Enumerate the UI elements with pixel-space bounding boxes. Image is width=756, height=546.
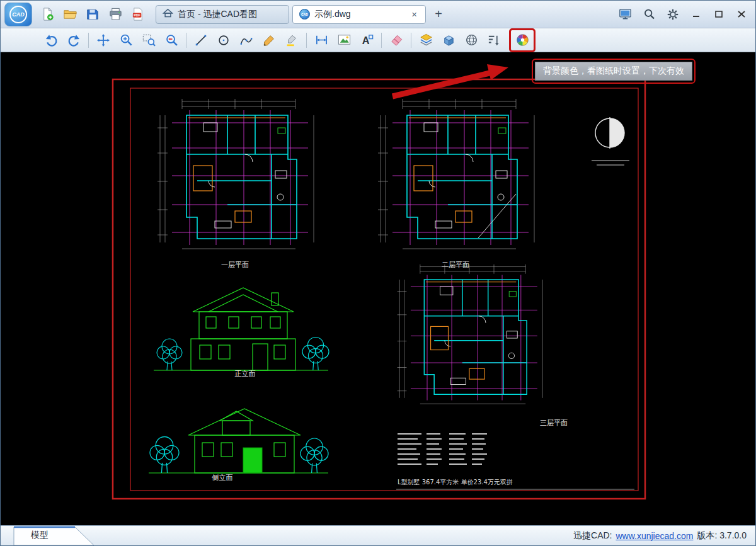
plan-second-label: 二层平面 xyxy=(442,261,469,269)
north-symbol xyxy=(592,117,629,165)
print-icon[interactable] xyxy=(104,4,127,25)
layers-tool-icon[interactable] xyxy=(415,30,437,50)
maximize-button[interactable] xyxy=(709,6,729,23)
statusbar-info: 迅捷CAD: www.xunjiecad.com 版本: 3.7.0.0 xyxy=(573,530,755,542)
wireframe-3d-icon[interactable] xyxy=(460,30,483,50)
titlebar-right xyxy=(614,4,755,25)
redo-icon[interactable] xyxy=(62,30,85,50)
model-tab[interactable]: 模型 xyxy=(13,526,96,545)
drawing-frame-inner xyxy=(130,88,638,491)
app-window: CAD PDF 首页 - 迅捷CAD看图 CAD 示例.dw xyxy=(0,0,756,546)
version-label: 版本: 3.7.0.0 xyxy=(697,530,747,542)
pencil-tool-icon[interactable] xyxy=(258,30,280,50)
zoom-previous-icon[interactable] xyxy=(160,30,183,50)
tree xyxy=(157,339,182,370)
brand-label: 迅捷CAD: xyxy=(573,530,612,542)
new-file-icon[interactable] xyxy=(36,4,59,25)
save-icon[interactable] xyxy=(81,4,104,25)
cube-3d-icon[interactable] xyxy=(437,30,460,50)
tree xyxy=(150,437,179,474)
sort-tool-icon[interactable] xyxy=(483,30,505,50)
polyline-tool-icon[interactable] xyxy=(235,30,258,50)
tree xyxy=(302,338,329,371)
close-button[interactable] xyxy=(731,6,752,23)
tab-home-label: 首页 - 迅捷CAD看图 xyxy=(178,9,257,20)
model-tab-shape xyxy=(13,526,96,545)
image-note-icon[interactable] xyxy=(333,30,355,50)
website-link[interactable]: www.xunjiecad.com xyxy=(616,531,693,541)
legend-table xyxy=(398,434,487,464)
model-tab-label: 模型 xyxy=(31,530,49,541)
background-color-icon[interactable] xyxy=(512,31,533,50)
undo-icon[interactable] xyxy=(40,30,62,50)
side-elevation xyxy=(149,409,328,473)
toolbar-separator xyxy=(306,33,307,48)
floor-plan-first xyxy=(158,99,314,249)
tab-file[interactable]: CAD 示例.dwg × xyxy=(292,5,426,24)
home-icon xyxy=(163,8,173,20)
line-tool-icon[interactable] xyxy=(190,30,212,50)
zoom-window-icon[interactable] xyxy=(137,30,160,50)
pan-icon[interactable] xyxy=(92,30,115,50)
main-toolbar: A xyxy=(1,28,755,52)
app-logo-text: CAD xyxy=(9,6,27,23)
cad-drawing: 一层平面 二层平面 三层平面 正立面 侧立面 L型别墅 367.4平方米 单价2… xyxy=(1,52,755,525)
toolbar-separator xyxy=(88,33,89,48)
pdf-export-icon[interactable]: PDF xyxy=(127,4,149,25)
circle-tool-icon[interactable] xyxy=(212,30,235,50)
toolbar-separator xyxy=(381,33,382,48)
front-elevation xyxy=(154,288,328,370)
measure-tool-icon[interactable] xyxy=(310,30,333,50)
elevation-door xyxy=(243,448,262,473)
settings-gear-icon[interactable] xyxy=(662,4,684,25)
cad-file-icon: CAD xyxy=(299,9,310,20)
open-folder-icon[interactable] xyxy=(59,4,81,25)
svg-text:PDF: PDF xyxy=(134,13,140,17)
status-bar: 模型 迅捷CAD: www.xunjiecad.com 版本: 3.7.0.0 xyxy=(1,525,755,545)
background-color-tooltip: 背景颜色，看图纸时设置，下次有效 xyxy=(535,62,692,81)
background-color-highlight-box xyxy=(509,28,536,52)
tab-close-icon[interactable]: × xyxy=(410,9,419,19)
front-elevation-label: 正立面 xyxy=(235,370,256,378)
plan-third-label: 三层平面 xyxy=(540,419,568,427)
side-elevation-label: 侧立面 xyxy=(212,474,233,482)
drawing-title-block: L型别墅 367.4平方米 单价23.4万元双拼 xyxy=(398,479,513,486)
floor-plan-second xyxy=(378,99,534,249)
text-note-icon[interactable]: A xyxy=(355,30,378,50)
highlighter-tool-icon[interactable] xyxy=(280,30,303,50)
toolbar-separator xyxy=(411,33,411,48)
minimize-button[interactable] xyxy=(686,6,706,23)
tab-strip: 首页 - 迅捷CAD看图 CAD 示例.dwg × + xyxy=(156,5,448,24)
monitor-icon[interactable] xyxy=(614,4,636,25)
tree xyxy=(301,438,328,473)
zoom-in-icon[interactable] xyxy=(115,30,137,50)
drawing-frame-outer xyxy=(113,79,645,499)
eraser-tool-icon[interactable] xyxy=(385,30,408,50)
drawing-canvas[interactable]: 一层平面 二层平面 三层平面 正立面 侧立面 L型别墅 367.4平方米 单价2… xyxy=(1,52,755,525)
search-zoom-icon[interactable] xyxy=(638,4,660,25)
annotation-arrow xyxy=(392,64,508,96)
new-tab-button[interactable]: + xyxy=(429,6,448,23)
floor-plan-third xyxy=(398,264,543,404)
svg-text:A: A xyxy=(362,35,369,46)
tab-home[interactable]: 首页 - 迅捷CAD看图 xyxy=(156,5,289,24)
plan-first-label: 一层平面 xyxy=(221,261,249,269)
app-logo: CAD xyxy=(4,3,32,26)
title-bar: CAD PDF 首页 - 迅捷CAD看图 CAD 示例.dw xyxy=(1,1,755,28)
tooltip-highlight-box: 背景颜色，看图纸时设置，下次有效 xyxy=(532,59,696,84)
toolbar-separator xyxy=(186,33,186,48)
tab-file-label: 示例.dwg xyxy=(314,9,351,20)
